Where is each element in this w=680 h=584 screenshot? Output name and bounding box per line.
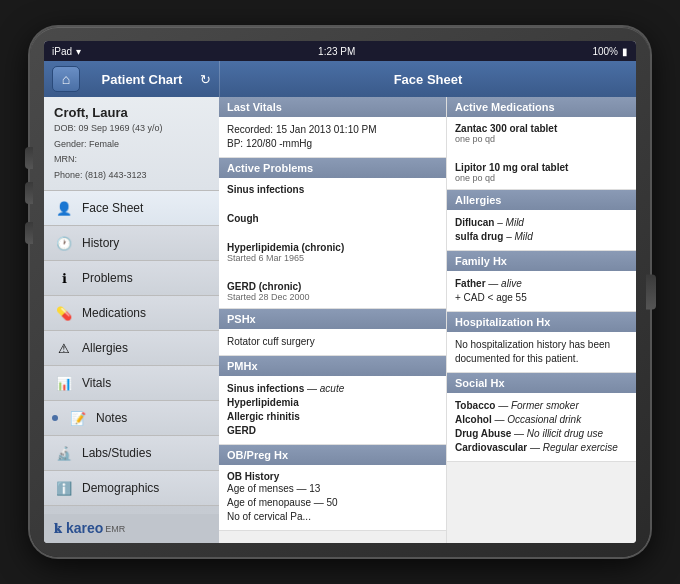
- ipad-label: iPad: [52, 46, 72, 57]
- sidebar-item-face-sheet[interactable]: 👤 Face Sheet: [44, 191, 219, 226]
- sidebar: Croft, Laura DOB: 09 Sep 1969 (43 y/o) G…: [44, 97, 219, 543]
- logo-text: 𝐤 kareo: [54, 520, 103, 537]
- gender-label: Gender:: [54, 139, 89, 149]
- volume-up-button[interactable]: [25, 147, 33, 169]
- mrn-label: MRN:: [54, 154, 77, 164]
- social-tobacco: Tobacco — Former smoker: [455, 399, 628, 413]
- allergies-content: Diflucan – Mild sulfa drug – Mild: [447, 210, 636, 251]
- home-button[interactable]: ⌂: [52, 66, 80, 92]
- vitals-recorded: Recorded: 15 Jan 2013 01:10 PM: [227, 123, 438, 137]
- sidebar-item-allergies[interactable]: ⚠ Allergies: [44, 331, 219, 366]
- sidebar-item-demographics[interactable]: ℹ️ Demographics: [44, 471, 219, 506]
- allergies-header: Allergies: [447, 190, 636, 210]
- battery-icon: ▮: [622, 46, 628, 57]
- ob-preg-content: OB History Age of menses — 13 Age of men…: [219, 465, 446, 531]
- right-column: Active Medications Zantac 300 oral table…: [446, 97, 636, 543]
- ob-preg-header: OB/Preg Hx: [219, 445, 446, 465]
- pshx-item-1: Rotator cuff surgery: [227, 335, 438, 349]
- social-cardiovascular: Cardiovascular — Regular exercise: [455, 441, 628, 455]
- top-nav: ⌂ Patient Chart ↻ Face Sheet: [44, 61, 636, 97]
- sidebar-item-notes[interactable]: 📝 Notes: [44, 401, 219, 436]
- mute-button[interactable]: [25, 222, 33, 244]
- notes-dot: [52, 415, 58, 421]
- ob-age-menses: Age of menses — 13: [227, 482, 438, 496]
- allergies-icon: ⚠: [54, 338, 74, 358]
- dob-value: 09 Sep 1969 (43 y/o): [79, 123, 163, 133]
- sidebar-item-labs-studies[interactable]: 🔬 Labs/Studies: [44, 436, 219, 471]
- vitals-icon: 📊: [54, 373, 74, 393]
- pmhx-item-2: Hyperlipidemia: [227, 396, 438, 410]
- problem-1-name: Sinus infections: [227, 184, 438, 195]
- hospitalization-hx-content: No hospitalization history has been docu…: [447, 332, 636, 373]
- social-drug-abuse: Drug Abuse — No illicit drug use: [455, 427, 628, 441]
- patient-dob: DOB: 09 Sep 1969 (43 y/o): [54, 122, 209, 136]
- ipad-screen: iPad ▾ 1:23 PM 100% ▮ ⌂ Patient Chart ↻ …: [44, 41, 636, 543]
- patient-info: Croft, Laura DOB: 09 Sep 1969 (43 y/o) G…: [44, 97, 219, 191]
- ob-age-menopause: Age of menopause — 50: [227, 496, 438, 510]
- status-bar-time: 1:23 PM: [318, 46, 355, 57]
- middle-column: Last Vitals Recorded: 15 Jan 2013 01:10 …: [219, 97, 446, 543]
- demographics-icon: ℹ️: [54, 478, 74, 498]
- problem-3-name: Hyperlipidemia (chronic): [227, 242, 438, 253]
- refresh-icon[interactable]: ↻: [200, 72, 211, 87]
- history-icon: 🕐: [54, 233, 74, 253]
- dob-label: DOB:: [54, 123, 79, 133]
- nav-right: Face Sheet: [219, 61, 636, 97]
- pmhx-section: PMHx Sinus infections — acute Hyperlipid…: [219, 356, 446, 445]
- problem-2-name: Cough: [227, 213, 438, 224]
- status-bar-right: 100% ▮: [592, 46, 628, 57]
- wifi-icon: ▾: [76, 46, 81, 57]
- pmhx-header: PMHx: [219, 356, 446, 376]
- power-button[interactable]: [646, 275, 656, 310]
- last-vitals-content: Recorded: 15 Jan 2013 01:10 PM BP: 120/8…: [219, 117, 446, 158]
- allergy-2: sulfa drug – Mild: [455, 230, 628, 244]
- patient-mrn: MRN:: [54, 153, 209, 167]
- last-vitals-section: Last Vitals Recorded: 15 Jan 2013 01:10 …: [219, 97, 446, 158]
- problem-4-detail: Started 28 Dec 2000: [227, 292, 438, 302]
- pmhx-item-1: Sinus infections — acute: [227, 382, 438, 396]
- sidebar-allergies-label: Allergies: [82, 341, 128, 355]
- pshx-header: PSHx: [219, 309, 446, 329]
- active-medications-section: Active Medications Zantac 300 oral table…: [447, 97, 636, 190]
- content-area: Croft, Laura DOB: 09 Sep 1969 (43 y/o) G…: [44, 97, 636, 543]
- patient-phone: Phone: (818) 443-3123: [54, 169, 209, 183]
- sidebar-item-problems[interactable]: ℹ Problems: [44, 261, 219, 296]
- sidebar-medications-label: Medications: [82, 306, 146, 320]
- sidebar-face-sheet-label: Face Sheet: [82, 201, 143, 215]
- hospitalization-note: No hospitalization history has been docu…: [455, 338, 628, 366]
- logo-sub: EMR: [105, 524, 125, 534]
- gender-value: Female: [89, 139, 119, 149]
- active-medications-content: Zantac 300 oral tablet one po qd Lipitor…: [447, 117, 636, 190]
- patient-chart-title: Patient Chart: [88, 72, 196, 87]
- sidebar-item-history[interactable]: 🕐 History: [44, 226, 219, 261]
- labs-icon: 🔬: [54, 443, 74, 463]
- volume-down-button[interactable]: [25, 182, 33, 204]
- sidebar-item-medications[interactable]: 💊 Medications: [44, 296, 219, 331]
- allergies-section: Allergies Diflucan – Mild sulfa drug – M…: [447, 190, 636, 251]
- active-medications-header: Active Medications: [447, 97, 636, 117]
- social-hx-section: Social Hx Tobacco — Former smoker Alcoho…: [447, 373, 636, 462]
- phone-label: Phone:: [54, 170, 85, 180]
- last-vitals-header: Last Vitals: [219, 97, 446, 117]
- sidebar-labs-label: Labs/Studies: [82, 446, 151, 460]
- family-hx-father: Father — alive: [455, 277, 628, 291]
- social-hx-header: Social Hx: [447, 373, 636, 393]
- problems-icon: ℹ: [54, 268, 74, 288]
- med-2-name: Lipitor 10 mg oral tablet: [455, 162, 628, 173]
- med-1-name: Zantac 300 oral tablet: [455, 123, 628, 134]
- social-alcohol: Alcohol — Occasional drink: [455, 413, 628, 427]
- med-2-sig: one po qd: [455, 173, 628, 183]
- sidebar-item-vitals[interactable]: 📊 Vitals: [44, 366, 219, 401]
- ob-history-label: OB History: [227, 471, 438, 482]
- nav-left: ⌂ Patient Chart ↻: [44, 61, 219, 97]
- hospitalization-hx-section: Hospitalization Hx No hospitalization hi…: [447, 312, 636, 373]
- sidebar-demographics-label: Demographics: [82, 481, 159, 495]
- notes-icon: 📝: [68, 408, 88, 428]
- family-hx-header: Family Hx: [447, 251, 636, 271]
- ipad-device: iPad ▾ 1:23 PM 100% ▮ ⌂ Patient Chart ↻ …: [30, 27, 650, 557]
- sidebar-notes-label: Notes: [96, 411, 127, 425]
- sidebar-nav: 👤 Face Sheet 🕐 History ℹ Problems 💊 Medi…: [44, 191, 219, 514]
- patient-gender: Gender: Female: [54, 138, 209, 152]
- hospitalization-hx-header: Hospitalization Hx: [447, 312, 636, 332]
- allergy-1: Diflucan – Mild: [455, 216, 628, 230]
